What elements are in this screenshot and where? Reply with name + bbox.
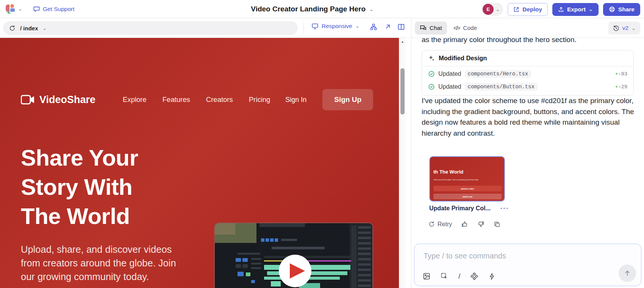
chevron-down-icon: ⌄ — [355, 23, 360, 28]
message-actions: Retry — [428, 221, 500, 228]
share-button[interactable]: Share — [603, 3, 640, 16]
deploy-button[interactable]: Deploy — [508, 3, 548, 16]
viewport-label: Responsive — [322, 23, 352, 30]
account-menu[interactable]: E ⌄ — [481, 3, 503, 16]
check-circle-icon — [428, 70, 435, 77]
chevron-down-icon: ⌄ — [631, 26, 636, 31]
chevron-down-icon: ⌄ — [496, 7, 500, 12]
share-label: Share — [618, 6, 635, 13]
app-window: ⌄ Get Support Video Creator Landing Page… — [0, 0, 644, 288]
chevron-down-icon: ⌄ — [43, 26, 47, 31]
more-options-icon[interactable]: ··· — [500, 205, 509, 212]
export-button[interactable]: Export ⌄ — [552, 3, 599, 16]
thumbnail-watch-bar: watch now — [433, 194, 502, 199]
thumbs-up-button[interactable] — [461, 221, 468, 228]
version-thumbnail[interactable]: th The World videos around the globe. Jo… — [429, 156, 505, 202]
sign-up-button[interactable]: Sign Up — [322, 89, 373, 110]
file-update-row: Updated components/Hero.tsx +-83 — [422, 66, 633, 80]
thumbnail-upload-bar: upload a video — [433, 186, 502, 191]
hero-description: Upload, share, and discover videos from … — [21, 243, 184, 283]
viewport-selector[interactable]: Responsive ⌄ — [311, 22, 360, 30]
history-icon — [613, 25, 619, 31]
page-title: Video Creator Landing Page Hero — [251, 5, 366, 13]
scroll-up-icon[interactable]: ▲ — [399, 40, 406, 44]
app-logo-icon — [5, 3, 16, 15]
copy-icon — [494, 221, 500, 228]
version-selector[interactable]: v2 ⌄ — [608, 22, 640, 34]
modified-design-card: Modified Design Updated components/Hero.… — [422, 50, 634, 95]
thumbs-down-icon — [477, 221, 485, 228]
chevron-down-icon: ⌄ — [589, 7, 593, 12]
file-chip[interactable]: components/Hero.tsx — [465, 70, 531, 78]
preview-toolbar: / index ⌄ Responsive ⌄ — [0, 19, 644, 38]
thumbs-up-icon — [461, 221, 468, 228]
scrollbar-thumb[interactable] — [400, 68, 405, 114]
hero-video-player[interactable] — [214, 222, 373, 288]
videoshare-logo[interactable]: VideoShare — [21, 94, 95, 106]
external-link-icon — [513, 6, 519, 13]
attach-image-icon[interactable] — [423, 272, 430, 280]
refresh-icon[interactable] — [9, 25, 16, 31]
get-support-link[interactable]: Get Support — [33, 5, 75, 13]
monitor-icon — [311, 22, 319, 30]
chat-input-box[interactable]: / — [414, 244, 641, 286]
preview-navbar: VideoShare Explore Features Creators Pri… — [21, 88, 373, 111]
top-bar: ⌄ Get Support Video Creator Landing Page… — [0, 0, 644, 18]
copy-button[interactable] — [494, 221, 500, 228]
split-view-icon[interactable] — [397, 23, 405, 31]
video-camera-icon — [21, 95, 34, 105]
assistant-message: I've updated the color scheme to use #cd… — [422, 95, 640, 139]
code-tab-label: Code — [463, 25, 477, 31]
version-caption-link[interactable]: Update Primary Col... — [429, 205, 491, 212]
chevron-down-icon: ⌄ — [18, 6, 22, 11]
hero-heading: Share Your Story With The World — [21, 143, 138, 231]
nav-link-features[interactable]: Features — [163, 95, 190, 104]
get-support-label: Get Support — [43, 6, 75, 13]
nav-link-explore[interactable]: Explore — [123, 95, 147, 104]
file-chip[interactable]: components/Button.tsx — [465, 83, 538, 91]
arrow-up-icon — [624, 269, 631, 277]
retry-label: Retry — [438, 221, 452, 228]
diff-stat: +-83 — [615, 71, 627, 77]
tab-code[interactable]: </> Code — [449, 22, 482, 34]
integrations-icon[interactable] — [470, 272, 478, 280]
nav-link-creators[interactable]: Creators — [206, 95, 233, 104]
open-in-new-tab-icon[interactable] — [384, 23, 391, 31]
workspace-menu[interactable]: ⌄ — [5, 3, 22, 15]
select-element-icon[interactable] — [441, 272, 448, 280]
chat-tab-label: Chat — [430, 25, 442, 31]
route-path: / index — [20, 25, 38, 31]
modified-design-title: Modified Design — [439, 55, 487, 62]
support-chat-icon — [33, 5, 40, 13]
code-icon: </> — [453, 25, 460, 31]
tab-chat[interactable]: Chat — [415, 22, 447, 34]
chat-bubbles-icon — [420, 25, 427, 31]
preview-scrollbar[interactable]: ▲ — [399, 38, 405, 288]
live-preview-pane: VideoShare Explore Features Creators Pri… — [0, 38, 399, 288]
globe-icon — [609, 6, 615, 13]
nav-link-pricing[interactable]: Pricing — [249, 95, 270, 104]
url-bar[interactable]: / index ⌄ — [3, 21, 298, 35]
upload-icon — [558, 6, 564, 13]
project-title-menu[interactable]: Video Creator Landing Page Hero ⌄ — [251, 0, 374, 18]
thumbnail-heading: th The World — [433, 169, 463, 175]
chat-input[interactable] — [424, 249, 586, 262]
version-label: v2 — [622, 25, 628, 31]
file-update-row: Updated components/Button.tsx +-29 — [422, 80, 633, 95]
component-tree-icon[interactable] — [370, 23, 377, 31]
quick-actions-icon[interactable] — [488, 273, 496, 280]
sparkle-icon — [428, 55, 435, 62]
brand-name: VideoShare — [39, 94, 95, 106]
divider — [303, 22, 304, 34]
video-editor-thumbnail-image — [215, 223, 372, 288]
chevron-down-icon: ⌄ — [369, 7, 374, 12]
sign-in-link[interactable]: Sign In — [285, 96, 306, 104]
deploy-label: Deploy — [522, 6, 542, 13]
check-circle-icon — [428, 83, 435, 90]
thumbnail-desc: videos around the globe. Join our growin… — [433, 179, 502, 181]
assistant-message-tail: as the primary color throughout the hero… — [422, 36, 634, 44]
retry-button[interactable]: Retry — [428, 221, 452, 228]
send-button[interactable] — [619, 265, 636, 282]
slash-command-icon[interactable]: / — [458, 272, 460, 280]
thumbs-down-button[interactable] — [477, 221, 485, 228]
